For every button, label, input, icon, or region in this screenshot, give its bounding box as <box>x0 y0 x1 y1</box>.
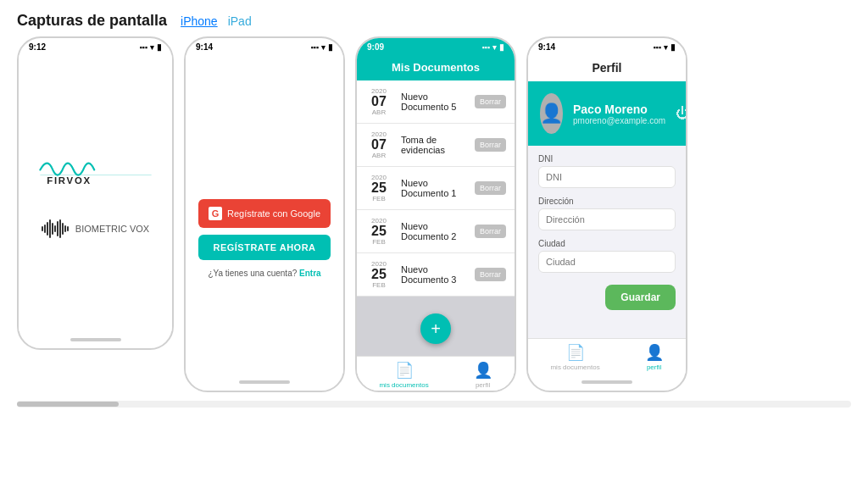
battery-icon-4: ▮ <box>670 42 676 52</box>
doc-date-3: 2020 25 FEB <box>365 217 392 246</box>
biometric-text: BIOMETRIC VOX <box>75 224 149 234</box>
status-icons-2: ▪▪▪ ▾ ▮ <box>310 42 333 52</box>
avatar: 👤 <box>540 93 563 134</box>
signal-icon-4: ▪▪▪ <box>653 43 661 52</box>
doc-delete-0[interactable]: Borrar <box>475 95 506 108</box>
wifi-icon-3: ▾ <box>492 43 497 52</box>
time-4: 9:14 <box>538 42 555 52</box>
profile-form: DNI Dirección Ciudad Guardar <box>528 146 686 319</box>
profile-info: Paco Moreno pmoreno@example.com <box>573 103 665 125</box>
horizontal-scrollbar[interactable] <box>17 401 851 408</box>
home-indicator-2 <box>239 380 290 384</box>
register-content: FIRVOX G Regístrate con Google REGÍSTRAT… <box>186 54 343 374</box>
biometric-wave <box>42 219 69 238</box>
docs-nav-label: mis documentos <box>379 381 428 389</box>
ciudad-group: Ciudad <box>538 239 676 273</box>
phone-top-bar-3: 9:09 ▪▪▪ ▾ ▮ <box>357 38 515 54</box>
login-link-area: ¿Ya tienes una cuenta? Entra <box>208 269 320 278</box>
save-button[interactable]: Guardar <box>605 285 676 310</box>
nav-docs-item[interactable]: 📄 mis documentos <box>379 361 428 389</box>
biometric-area: BIOMETRIC VOX <box>42 219 149 238</box>
tab-group: iPhone iPad <box>181 14 252 28</box>
battery-icon-3: ▮ <box>499 42 504 52</box>
google-register-label: Regístrate con Google <box>227 208 320 219</box>
doc-delete-4[interactable]: Borrar <box>475 268 506 281</box>
doc-date-4: 2020 25 FEB <box>365 260 392 289</box>
dni-input[interactable] <box>538 166 676 188</box>
profile-header-bar: Perfil <box>528 54 686 81</box>
profile-form-area: DNI Dirección Ciudad Guardar <box>528 146 686 338</box>
wifi-icon-4: ▾ <box>664 43 668 52</box>
profile-bottom-nav: 📄 mis documentos 👤 perfil <box>528 338 686 374</box>
time-2: 9:14 <box>196 42 213 52</box>
time-3: 9:09 <box>367 42 384 52</box>
signal-icon-2: ▪▪▪ <box>310 43 319 52</box>
profile-nav-label-4: perfil <box>647 363 661 371</box>
home-indicator-3 <box>410 391 461 392</box>
profile-email: pmoreno@example.com <box>573 116 665 125</box>
nav-docs-item-4[interactable]: 📄 mis documentos <box>550 343 599 371</box>
docs-title-bar: Mis Documentos <box>357 54 515 80</box>
nav-profile-item[interactable]: 👤 perfil <box>474 361 492 389</box>
profile-name: Paco Moreno <box>573 103 665 116</box>
phone-screen-3: 9:09 ▪▪▪ ▾ ▮ Mis Documentos 2020 07 ABR … <box>355 36 516 392</box>
profile-header-title: Perfil <box>592 61 621 75</box>
home-bar-2 <box>186 374 343 391</box>
doc-delete-3[interactable]: Borrar <box>475 225 506 238</box>
docs-nav-label-4: mis documentos <box>550 363 599 371</box>
profile-nav-label: perfil <box>476 381 490 389</box>
logout-button[interactable]: ⏻ <box>676 106 687 121</box>
tab-ipad[interactable]: iPad <box>228 14 252 28</box>
tab-iphone[interactable]: iPhone <box>181 14 218 28</box>
docs-title: Mis Documentos <box>392 61 480 74</box>
fab-add-button[interactable]: + <box>420 313 451 344</box>
page-title: Capturas de pantalla <box>17 12 167 30</box>
svg-text:FIRVOX: FIRVOX <box>47 175 92 186</box>
dni-group: DNI <box>538 154 676 188</box>
firvox-logo-1: FIRVOX <box>36 148 155 194</box>
phone-screen-4: 9:14 ▪▪▪ ▾ ▮ Perfil 👤 Paco Moreno pmoren… <box>526 36 687 392</box>
time-1: 9:12 <box>29 42 46 52</box>
doc-item-0: 2020 07 ABR Nuevo Documento 5 Borrar <box>357 80 515 124</box>
doc-delete-1[interactable]: Borrar <box>475 138 506 152</box>
phone-screen-1: 9:12 ▪▪▪ ▾ ▮ FIRVOX <box>17 36 174 350</box>
ciudad-label: Ciudad <box>538 239 676 248</box>
login-link[interactable]: Entra <box>299 269 321 278</box>
doc-name-1: Toma de evidencias <box>401 135 466 155</box>
nav-profile-item-4[interactable]: 👤 perfil <box>645 343 664 371</box>
docs-nav-icon: 📄 <box>395 361 414 380</box>
register-now-button[interactable]: REGÍSTRATE AHORA <box>198 235 331 260</box>
doc-name-4: Nuevo Documento 3 <box>401 264 466 285</box>
signal-icon: ▪▪▪ <box>139 43 147 52</box>
scrollbar-thumb <box>17 402 119 407</box>
wifi-icon: ▾ <box>150 43 154 52</box>
home-indicator-1 <box>70 338 121 341</box>
doc-name-3: Nuevo Documento 2 <box>401 221 466 241</box>
direccion-input[interactable] <box>538 208 676 230</box>
signal-icon-3: ▪▪▪ <box>481 43 490 52</box>
dni-label: DNI <box>538 154 676 164</box>
doc-item-1: 2020 07 ABR Toma de evidencias Borrar <box>357 124 515 167</box>
profile-nav-icon: 👤 <box>474 361 492 380</box>
wifi-icon-2: ▾ <box>321 43 326 52</box>
status-icons-4: ▪▪▪ ▾ ▮ <box>653 42 676 52</box>
doc-name-0: Nuevo Documento 5 <box>401 92 466 112</box>
doc-item-3: 2020 25 FEB Nuevo Documento 2 Borrar <box>357 210 515 253</box>
home-indicator-4 <box>581 380 632 384</box>
docs-nav-icon-4: 📄 <box>566 343 585 362</box>
doc-date-2: 2020 25 FEB <box>365 174 392 202</box>
doc-delete-2[interactable]: Borrar <box>475 181 506 195</box>
doc-item-4: 2020 25 FEB Nuevo Documento 3 Borrar <box>357 253 515 297</box>
phone-top-bar-2: 9:14 ▪▪▪ ▾ ▮ <box>186 38 343 54</box>
direccion-label: Dirección <box>538 197 676 206</box>
doc-item-2: 2020 25 FEB Nuevo Documento 1 Borrar <box>357 167 515 210</box>
docs-content: 2020 07 ABR Nuevo Documento 5 Borrar 202… <box>357 80 515 356</box>
ciudad-input[interactable] <box>538 251 676 273</box>
status-icons-1: ▪▪▪ ▾ ▮ <box>139 42 162 52</box>
phone-screen-2: 9:14 ▪▪▪ ▾ ▮ FIRVOX G Regístrate con Goo… <box>184 36 345 392</box>
direccion-group: Dirección <box>538 197 676 230</box>
doc-date-0: 2020 07 ABR <box>365 87 392 116</box>
login-prompt: ¿Ya tienes una cuenta? <box>208 269 297 278</box>
home-bar-1 <box>19 331 172 348</box>
google-register-button[interactable]: G Regístrate con Google <box>198 199 331 228</box>
